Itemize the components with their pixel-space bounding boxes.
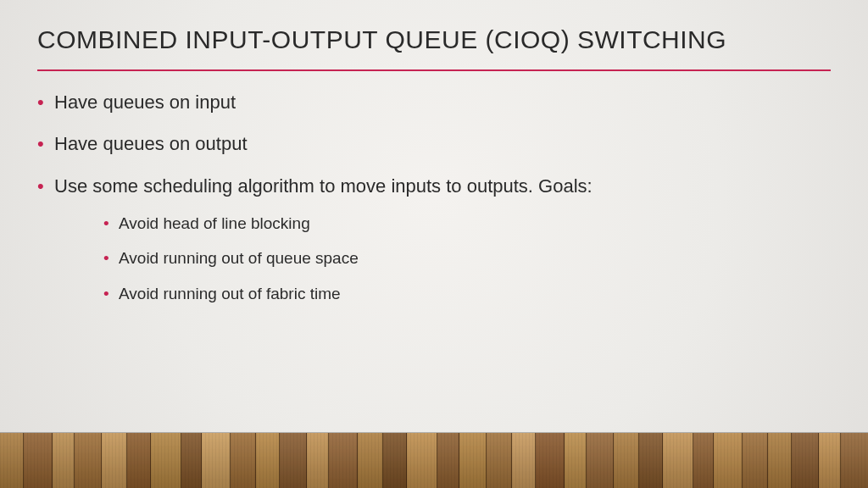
list-item: Avoid running out of fabric time [103,283,831,305]
bullet-text: Avoid head of line blocking [119,214,310,232]
floor-plank [53,433,75,488]
bullet-text: Have queues on input [54,92,236,113]
bullet-text: Avoid running out of queue space [119,249,359,267]
floor-plank [536,433,565,488]
floor-plank [0,433,24,488]
title-underline [37,69,831,71]
floor-plank [437,433,459,488]
floor-plank [614,433,639,488]
floor-plank [202,433,231,488]
floor-plank [102,433,127,488]
list-item: Avoid running out of queue space [103,247,831,269]
floor-plank [487,433,512,488]
slide-content: COMBINED INPUT-OUTPUT QUEUE (CIOQ) SWITC… [37,24,831,321]
list-item: Use some scheduling algorithm to move in… [37,174,831,305]
floor-plank [663,433,693,488]
floor-plank [792,433,819,488]
floor-plank [383,433,407,488]
floor-plank [231,433,256,488]
bullet-text: Avoid running out of fabric time [119,285,341,302]
bullet-text: Have queues on output [54,133,248,154]
floor-plank [75,433,102,488]
floor-plank [512,433,536,488]
floor-plank [407,433,437,488]
floor-plank [280,433,307,488]
floor-plank [714,433,743,488]
list-item: Have queues on input [37,90,831,115]
floor-plank [358,433,383,488]
bullet-text: Use some scheduling algorithm to move in… [54,175,593,197]
list-item: Have queues on output [37,131,831,157]
floor-plank [307,433,329,488]
floor-plank [743,433,768,488]
bullet-list: Have queues on input Have queues on outp… [37,90,831,305]
slide: COMBINED INPUT-OUTPUT QUEUE (CIOQ) SWITC… [0,0,868,488]
floor-plank [151,433,181,488]
floor-plank [587,433,614,488]
floor-plank [819,433,841,488]
floor-plank [565,433,587,488]
list-item: Avoid head of line blocking [103,213,831,235]
floor-plank [459,433,487,488]
floor-plank [329,433,358,488]
slide-title: COMBINED INPUT-OUTPUT QUEUE (CIOQ) SWITC… [37,24,831,56]
floor-plank [181,433,202,488]
floor-plank [841,433,868,488]
floor-plank [127,433,151,488]
floor-plank [693,433,714,488]
sub-bullet-list: Avoid head of line blocking Avoid runnin… [103,213,831,305]
floor-plank [639,433,663,488]
floor-plank [256,433,280,488]
floor-plank [768,433,792,488]
floor-plank [24,433,53,488]
wood-floor [0,432,868,488]
